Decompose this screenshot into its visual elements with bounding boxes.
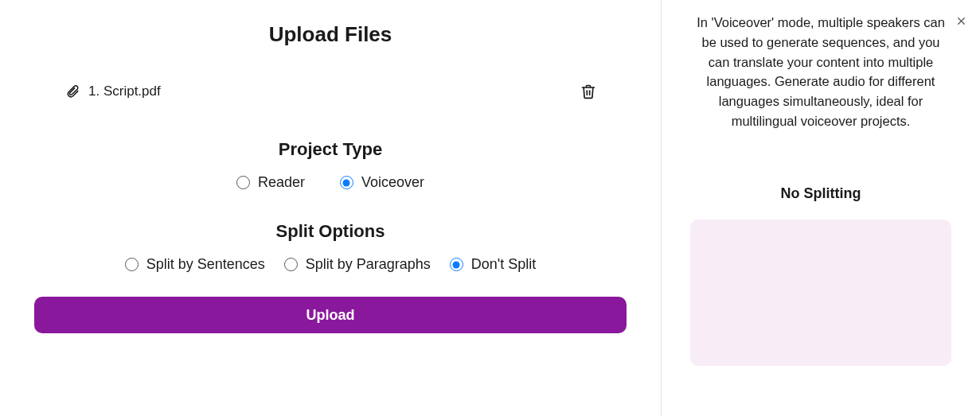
close-icon[interactable] <box>953 13 969 29</box>
page-title: Upload Files <box>34 22 627 47</box>
file-name: 1. Script.pdf <box>88 84 161 99</box>
radio-icon <box>236 176 250 189</box>
radio-label: Split by Sentences <box>146 256 265 273</box>
radio-voiceover[interactable]: Voiceover <box>340 174 424 191</box>
radio-icon <box>340 176 353 189</box>
delete-file-button[interactable] <box>579 82 598 101</box>
preview-box <box>690 220 951 366</box>
split-options-heading: Split Options <box>34 221 627 242</box>
radio-icon <box>125 258 139 271</box>
project-type-heading: Project Type <box>34 139 627 160</box>
radio-reader[interactable]: Reader <box>236 174 305 191</box>
radio-label: Voiceover <box>361 174 424 191</box>
split-options: Split by Sentences Split by Paragraphs D… <box>34 256 627 273</box>
radio-dont-split[interactable]: Don't Split <box>450 256 536 273</box>
main-inner: Upload Files 1. Script.pdf Project Type … <box>34 16 627 333</box>
main-panel: Upload Files 1. Script.pdf Project Type … <box>0 0 661 416</box>
radio-label: Don't Split <box>471 256 536 273</box>
radio-icon <box>284 258 298 271</box>
upload-button[interactable]: Upload <box>34 297 627 333</box>
side-panel: In 'Voiceover' mode, multiple speakers c… <box>662 0 980 416</box>
file-info: 1. Script.pdf <box>63 82 161 101</box>
radio-label: Split by Paragraphs <box>306 256 431 273</box>
side-description: In 'Voiceover' mode, multiple speakers c… <box>690 13 951 131</box>
project-type-options: Reader Voiceover <box>34 174 627 191</box>
radio-split-sentences[interactable]: Split by Sentences <box>125 256 265 273</box>
radio-icon <box>450 258 463 271</box>
radio-label: Reader <box>258 174 305 191</box>
file-row: 1. Script.pdf <box>34 79 627 104</box>
attachment-icon <box>63 82 82 101</box>
radio-split-paragraphs[interactable]: Split by Paragraphs <box>284 256 431 273</box>
side-heading: No Splitting <box>690 185 951 202</box>
